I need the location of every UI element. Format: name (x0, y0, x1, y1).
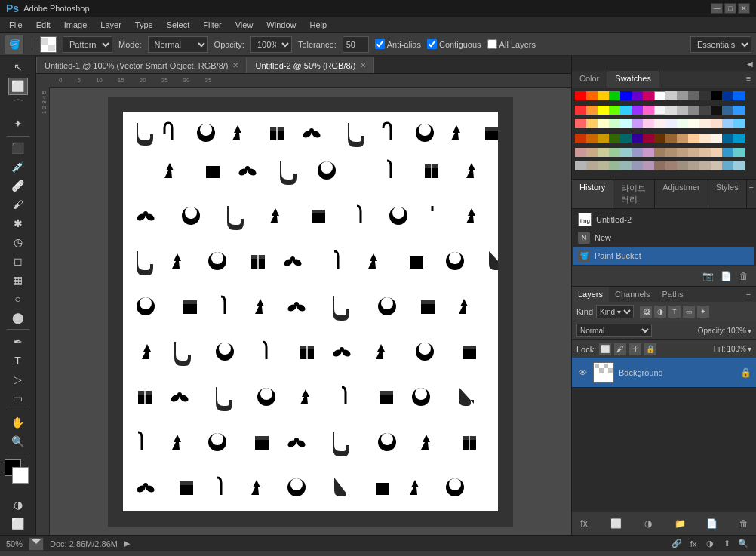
swatch[interactable] (620, 106, 632, 115)
swatch[interactable] (711, 161, 722, 170)
swatch[interactable] (609, 161, 620, 170)
swatch[interactable] (643, 119, 654, 128)
swatch[interactable] (677, 119, 688, 128)
tab-library[interactable]: 라이브러리 (613, 180, 655, 208)
menu-edit[interactable]: Edit (30, 19, 57, 31)
swatch[interactable] (598, 148, 609, 157)
tab-color[interactable]: Color (572, 71, 607, 88)
status-share-icon[interactable]: ⬆ (720, 537, 733, 551)
history-menu-btn[interactable]: ≡ (747, 180, 756, 195)
lock-transparent-btn[interactable]: ⬜ (599, 343, 611, 355)
swatch[interactable] (632, 161, 643, 170)
lock-position-btn[interactable]: ✛ (629, 343, 641, 355)
swatch[interactable] (620, 134, 632, 143)
tolerance-input[interactable] (343, 36, 369, 53)
brush-tool[interactable]: 🖌 (8, 196, 28, 213)
swatch[interactable] (688, 91, 699, 100)
eyedropper-tool[interactable]: 💉 (8, 158, 28, 176)
quick-mask-tool[interactable]: ◑ (8, 496, 28, 513)
lasso-tool[interactable]: ⌒ (8, 97, 28, 114)
menu-view[interactable]: View (229, 19, 260, 31)
lock-image-btn[interactable]: 🖌 (614, 343, 626, 355)
swatch[interactable] (609, 148, 620, 157)
swatch[interactable] (677, 148, 688, 157)
swatch[interactable] (677, 106, 688, 115)
history-item-untitled2[interactable]: img Untitled-2 (573, 210, 754, 229)
zoom-options-btn[interactable] (29, 537, 44, 551)
pen-tool[interactable]: ✒ (8, 333, 28, 350)
swatch[interactable] (733, 106, 745, 115)
swatch[interactable] (688, 134, 699, 143)
swatch[interactable] (575, 134, 586, 143)
pattern-thumbnail[interactable] (40, 36, 57, 53)
swatch[interactable] (733, 148, 745, 157)
workspace-select[interactable]: Essentials (690, 36, 751, 53)
history-item-paintbucket[interactable]: 🪣 Paint Bucket (573, 247, 754, 265)
color-picker[interactable] (5, 459, 32, 483)
swatch[interactable] (654, 148, 665, 157)
canvas-document[interactable] (123, 112, 498, 511)
swatch[interactable] (654, 161, 665, 170)
swatch[interactable] (609, 119, 620, 128)
tab-swatches[interactable]: Swatches (607, 71, 659, 88)
shape-tool[interactable]: ▭ (8, 389, 28, 407)
window-controls[interactable]: — □ ✕ (711, 3, 750, 14)
clone-tool[interactable]: ✱ (8, 215, 28, 232)
filter-pixel-icon[interactable]: 🖼 (640, 306, 652, 318)
swatch[interactable] (677, 134, 688, 143)
layer-background[interactable]: 👁 Background 🔒 (572, 358, 756, 388)
swatch[interactable] (586, 106, 598, 115)
filter-adjustment-icon[interactable]: ◑ (654, 306, 666, 318)
healing-tool[interactable]: 🩹 (8, 177, 28, 195)
swatch[interactable] (665, 148, 677, 157)
status-fx-icon[interactable]: fx (687, 537, 700, 551)
history-new-snapshot-btn[interactable]: 📷 (700, 269, 715, 284)
crop-tool[interactable]: ⬛ (8, 140, 28, 157)
history-item-new[interactable]: N New (573, 229, 754, 247)
layer-fx-btn[interactable]: fx (576, 516, 592, 531)
swatch[interactable] (677, 91, 688, 100)
swatch[interactable] (722, 119, 733, 128)
swatch[interactable] (586, 161, 598, 170)
maximize-button[interactable]: □ (724, 3, 736, 14)
panel-collapse-btn[interactable]: ◀ (747, 60, 753, 68)
swatch[interactable] (643, 91, 654, 100)
canvas-scroll[interactable] (50, 88, 571, 535)
swatch[interactable] (711, 106, 722, 115)
fill-arrow[interactable]: ▾ (748, 345, 751, 353)
blend-mode-select[interactable]: Normal (576, 324, 652, 337)
swatch[interactable] (699, 134, 711, 143)
swatch[interactable] (733, 134, 745, 143)
menu-layer[interactable]: Layer (94, 19, 128, 31)
screen-mode-tool[interactable]: ⬜ (8, 515, 28, 532)
minimize-button[interactable]: — (711, 3, 723, 14)
blur-tool[interactable]: ○ (8, 290, 28, 308)
filter-smart-icon[interactable]: ✦ (697, 306, 709, 318)
eraser-tool[interactable]: ◻ (8, 253, 28, 270)
filter-type-icon[interactable]: T (668, 306, 681, 318)
menu-filter[interactable]: Filter (197, 19, 227, 31)
marquee-tool[interactable]: ⬜ (8, 78, 28, 95)
kind-select[interactable]: Kind ▾ (596, 305, 634, 318)
swatch[interactable] (575, 119, 586, 128)
history-delete-btn[interactable]: 🗑 (736, 269, 751, 284)
layer-adjustment-btn[interactable]: ◑ (641, 516, 656, 531)
history-brush-tool[interactable]: ◷ (8, 234, 28, 251)
swatch[interactable] (733, 91, 745, 100)
menu-type[interactable]: Type (129, 19, 159, 31)
layer-mask-btn[interactable]: ⬜ (608, 516, 623, 531)
text-tool[interactable]: T (8, 352, 28, 369)
gradient-tool[interactable]: ▦ (8, 272, 28, 289)
swatch[interactable] (620, 161, 632, 170)
opacity-value[interactable]: 100% (727, 327, 746, 335)
swatch[interactable] (654, 91, 665, 100)
swatch[interactable] (665, 119, 677, 128)
swatch[interactable] (733, 161, 745, 170)
swatch[interactable] (711, 119, 722, 128)
layers-menu-btn[interactable]: ≡ (741, 287, 756, 302)
swatch[interactable] (711, 148, 722, 157)
menu-select[interactable]: Select (161, 19, 196, 31)
all-layers-checkbox[interactable] (487, 39, 497, 49)
swatch[interactable] (598, 134, 609, 143)
swatch[interactable] (609, 91, 620, 100)
